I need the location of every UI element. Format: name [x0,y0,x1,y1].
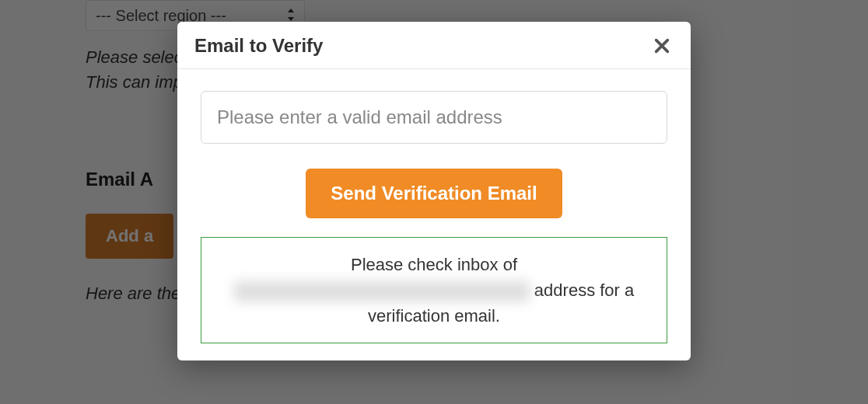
redacted-email [234,281,530,301]
close-icon[interactable] [650,34,674,57]
modal-body: Send Verification Email [177,69,691,218]
email-input[interactable] [201,91,667,144]
success-text-mid: address for a [534,280,634,300]
modal-title: Email to Verify [194,35,323,57]
success-text-end: verification email. [368,306,500,326]
send-verification-button[interactable]: Send Verification Email [306,169,562,218]
success-text-prefix: Please check inbox of [351,255,517,274]
verify-email-modal: Email to Verify Send Verification Email … [177,22,691,360]
verification-success-message: Please check inbox of address for a veri… [201,237,667,343]
modal-header: Email to Verify [177,22,691,69]
